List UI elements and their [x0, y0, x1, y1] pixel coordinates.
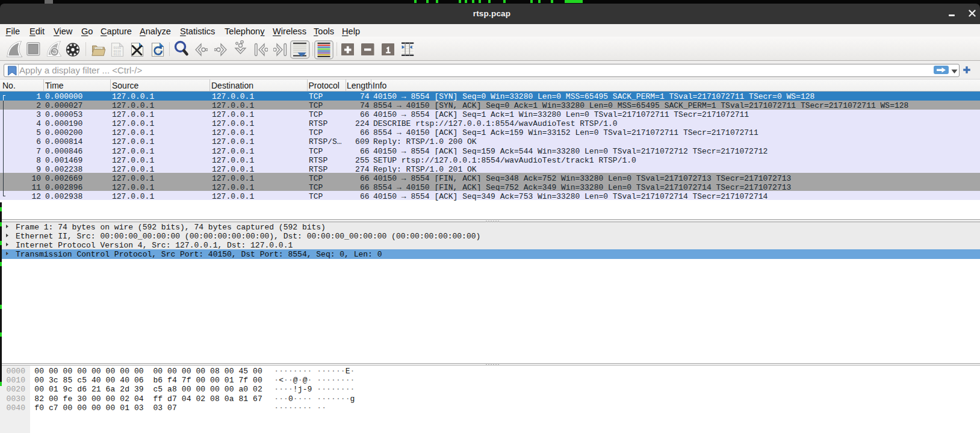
svg-text:0111: 0111 — [114, 53, 121, 57]
